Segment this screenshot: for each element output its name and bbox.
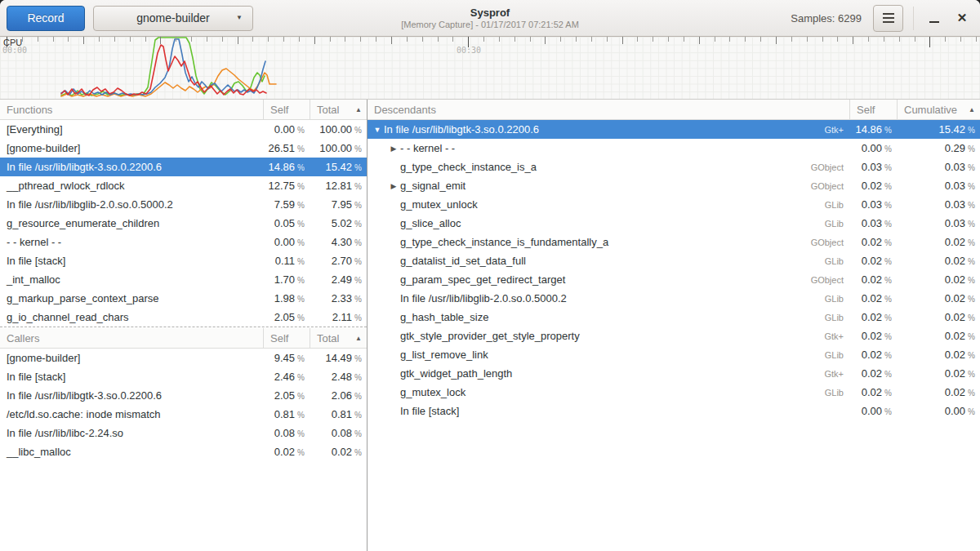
table-row[interactable]: _int_malloc1.70%2.49% <box>0 270 367 289</box>
library-category-badge: GLib <box>825 256 849 266</box>
column-header-descendants[interactable]: Descendants <box>368 100 849 119</box>
tree-row[interactable]: ▶g_signal_emitGObject0.02%0.03% <box>368 176 980 195</box>
tree-row[interactable]: g_type_check_instance_is_aGObject0.03%0.… <box>368 158 980 176</box>
ruler-tick <box>729 37 730 42</box>
tree-row[interactable]: g_list_remove_linkGLib0.02%0.02% <box>368 345 980 364</box>
percent-value: 0.02 <box>862 386 882 398</box>
percent-value: 0.02 <box>945 292 965 304</box>
tree-row[interactable]: g_slice_allocGLib0.03%0.03% <box>368 214 980 233</box>
tree-row[interactable]: g_mutex_lockGLib0.02%0.02% <box>368 383 980 402</box>
sort-ascending-icon: ▲ <box>965 106 975 113</box>
percent-value: 0.00 <box>862 405 882 417</box>
descendant-name-cell: g_type_check_instance_is_fundamentally_a… <box>368 236 849 248</box>
expander-collapsed-icon[interactable]: ▶ <box>387 144 400 153</box>
tree-row[interactable]: gtk_widget_path_lengthGtk+0.02%0.02% <box>368 364 980 383</box>
ruler-tick <box>483 37 484 42</box>
percent-symbol: % <box>354 448 362 457</box>
record-button[interactable]: Record <box>7 6 85 31</box>
descendant-name: g_signal_emit <box>400 180 466 192</box>
percent-value: 0.03 <box>862 217 882 229</box>
table-row[interactable]: [Everything]0.00%100.00% <box>0 120 367 139</box>
expander-collapsed-icon[interactable]: ▶ <box>387 182 400 190</box>
table-row[interactable]: __libc_malloc0.02%0.02% <box>0 442 367 461</box>
ruler-tick <box>438 37 439 42</box>
process-selector-dropdown[interactable]: gnome-builder ▼ <box>93 6 253 31</box>
table-row[interactable]: g_resource_enumerate_children0.05%5.02% <box>0 214 367 233</box>
column-header-self[interactable]: Self <box>263 100 310 119</box>
percent-value: 0.00 <box>862 142 882 154</box>
percent-symbol: % <box>884 182 892 191</box>
column-header-self[interactable]: Self <box>849 100 897 119</box>
library-category-badge: GObject <box>811 275 849 285</box>
ruler-tick <box>191 37 192 42</box>
percent-symbol: % <box>354 313 362 322</box>
percent-symbol: % <box>968 332 975 341</box>
percent-value: 1.98 <box>274 292 295 304</box>
tree-row[interactable]: g_type_check_instance_is_fundamentally_a… <box>368 233 980 251</box>
percent-value: 2.46 <box>274 371 295 383</box>
column-header-self[interactable]: Self <box>263 328 310 348</box>
percent-cell: 0.03% <box>897 161 980 173</box>
descendant-name-cell: gtk_widget_path_lengthGtk+ <box>368 367 849 380</box>
descendant-name: g_param_spec_get_redirect_target <box>400 273 565 286</box>
menu-button[interactable] <box>873 5 903 32</box>
percent-cell: 0.02% <box>263 446 310 458</box>
sort-ascending-icon: ▲ <box>352 335 362 342</box>
table-row[interactable]: In file /usr/lib/libgtk-3.so.0.2200.614.… <box>0 158 367 176</box>
library-category-badge: GLib <box>825 313 849 322</box>
table-row[interactable]: In file /usr/lib/libglib-2.0.so.0.5000.2… <box>0 195 367 214</box>
percent-value: 2.05 <box>274 389 295 402</box>
table-row[interactable]: [gnome-builder]9.45%14.49% <box>0 349 367 367</box>
percent-cell: 5.02% <box>310 217 367 229</box>
function-name-cell: __libc_malloc <box>0 446 263 458</box>
callers-table-body: [gnome-builder]9.45%14.49%In file [stack… <box>0 349 367 461</box>
percent-symbol: % <box>884 201 892 210</box>
close-button[interactable]: ✕ <box>951 0 973 37</box>
percent-cell: 0.02% <box>849 292 897 304</box>
column-header-cumulative[interactable]: Cumulative ▲ <box>897 100 980 119</box>
percent-symbol: % <box>354 429 362 438</box>
table-row[interactable]: - - kernel - -0.00%4.30% <box>0 233 367 251</box>
column-header-functions[interactable]: Functions <box>0 100 263 119</box>
percent-cell: 0.03% <box>849 217 897 229</box>
table-row[interactable]: In file /usr/lib/libc-2.24.so0.08%0.08% <box>0 424 367 442</box>
table-row[interactable]: In file [stack]0.11%2.70% <box>0 251 367 270</box>
expander-expanded-icon[interactable]: ▼ <box>371 126 384 134</box>
tree-row[interactable]: g_datalist_id_set_data_fullGLib0.02%0.02… <box>368 251 980 270</box>
percent-symbol: % <box>354 144 362 153</box>
percent-symbol: % <box>354 220 362 229</box>
minimize-icon <box>929 21 939 23</box>
table-row[interactable]: __pthread_rwlock_rdlock12.75%12.81% <box>0 176 367 195</box>
table-row[interactable]: [gnome-builder]26.51%100.00% <box>0 139 367 158</box>
tree-row[interactable]: In file [stack]0.00%0.00% <box>368 402 980 420</box>
table-row[interactable]: /etc/ld.so.cache: inode mismatch0.81%0.8… <box>0 405 367 424</box>
percent-value: 0.02 <box>862 180 882 192</box>
tree-row[interactable]: g_param_spec_get_redirect_targetGObject0… <box>368 270 980 289</box>
percent-cell: 100.00% <box>310 142 367 154</box>
tree-row[interactable]: ▼In file /usr/lib/libgtk-3.so.0.2200.6Gt… <box>368 120 980 139</box>
ruler-tick <box>99 37 100 42</box>
minimize-button[interactable] <box>923 0 946 37</box>
column-header-total[interactable]: Total ▲ <box>310 100 367 119</box>
percent-symbol: % <box>354 126 362 135</box>
tree-row[interactable]: ▶- - kernel - -0.00%0.29% <box>368 139 980 158</box>
tree-row[interactable]: g_hash_table_sizeGLib0.02%0.02% <box>368 308 980 327</box>
table-row[interactable]: In file /usr/lib/libgtk-3.so.0.2200.62.0… <box>0 386 367 405</box>
cpu-usage-graph[interactable]: CPU 00:00 00:30 <box>0 37 980 100</box>
tree-row[interactable]: g_mutex_unlockGLib0.03%0.03% <box>368 195 980 214</box>
ruler-tick <box>238 37 238 44</box>
table-row[interactable]: g_markup_parse_context_parse1.98%2.33% <box>0 289 367 308</box>
percent-symbol: % <box>354 392 362 401</box>
percent-cell: 0.02% <box>897 273 980 286</box>
tree-row[interactable]: gtk_style_provider_get_style_propertyGtk… <box>368 327 980 345</box>
percent-cell: 0.02% <box>897 386 980 398</box>
percent-value: 2.06 <box>332 389 352 402</box>
percent-value: 15.42 <box>326 161 353 173</box>
column-header-total[interactable]: Total ▲ <box>310 328 367 348</box>
tree-row[interactable]: In file /usr/lib/libglib-2.0.so.0.5000.2… <box>368 289 980 308</box>
ruler-tick <box>376 37 376 42</box>
table-row[interactable]: g_io_channel_read_chars2.05%2.11% <box>0 308 367 327</box>
column-header-callers[interactable]: Callers <box>0 328 263 348</box>
descendant-name-cell: g_param_spec_get_redirect_targetGObject <box>368 273 849 286</box>
table-row[interactable]: In file [stack]2.46%2.48% <box>0 367 367 386</box>
